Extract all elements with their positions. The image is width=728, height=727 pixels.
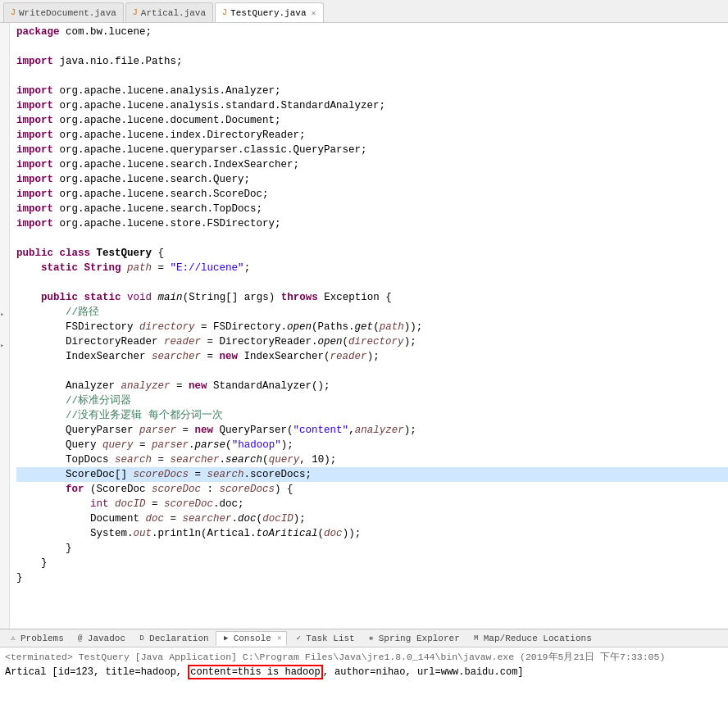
terminated-text: <terminated> TestQuery [Java Application… [5, 652, 665, 662]
code-line-11: import org.apache.lucene.search.Query; [16, 172, 728, 187]
tab-testquery-label: TestQuery.java [230, 8, 306, 18]
tab-javadoc[interactable]: @ Javadoc [71, 632, 130, 645]
declaration-icon: D [137, 634, 147, 643]
code-line-13: import org.apache.lucene.search.TopDocs; [16, 202, 728, 216]
code-line-30: TopDocs search = searcher.search(query, … [16, 452, 728, 467]
tasklist-icon: ✓ [293, 634, 303, 643]
console-result-line: Artical [id=123, title=hadoop, content=t… [5, 665, 723, 679]
close-icon[interactable]: ✕ [312, 8, 316, 18]
javadoc-icon: @ [75, 634, 85, 643]
code-line-3: import java.nio.file.Paths; [16, 54, 728, 69]
tab-artical[interactable]: J Artical.java [125, 2, 213, 22]
code-line-19: public static void main(String[] args) t… [16, 290, 728, 305]
code-line-8: import org.apache.lucene.index.Directory… [16, 128, 728, 143]
highlighted-text: content=this is hadoop [190, 666, 320, 678]
java-icon-2: J [133, 8, 138, 17]
console-icon: ▶ [221, 634, 231, 643]
code-line-28: QueryParser parser = new QueryParser("co… [16, 423, 728, 438]
spring-icon: ❋ [366, 634, 376, 643]
code-line-25: Analyzer analyzer = new StandardAnalyzer… [16, 379, 728, 393]
code-line-27: //没有业务逻辑 每个都分词一次 [16, 408, 728, 423]
code-line-end [16, 585, 728, 590]
code-line-18 [16, 275, 728, 290]
code-editor[interactable]: package com.bw.lucene; import java.nio.f… [10, 23, 728, 629]
code-line-16: public class TestQuery { [16, 246, 728, 261]
bottom-tab-bar: ⚠ Problems @ Javadoc D Declaration ▶ Con… [0, 629, 728, 647]
declaration-label: Declaration [149, 634, 209, 643]
code-line-24 [16, 364, 728, 379]
console-label: Console [234, 634, 271, 643]
code-line-15 [16, 231, 728, 246]
code-line-6: import org.apache.lucene.analysis.standa… [16, 98, 728, 113]
tab-tasklist[interactable]: ✓ Task List [289, 632, 359, 645]
problems-icon: ⚠ [8, 634, 18, 643]
code-line-26: //标准分词器 [16, 393, 728, 408]
console-terminated-line: <terminated> TestQuery [Java Application… [5, 650, 723, 665]
tab-spring[interactable]: ❋ Spring Explorer [362, 632, 465, 645]
code-line-32: for (ScoreDoc scoreDoc : scoreDocs) { [16, 482, 728, 497]
javadoc-label: Javadoc [88, 634, 125, 643]
console-output: <terminated> TestQuery [Java Application… [0, 647, 728, 727]
code-line-23: IndexSearcher searcher = new IndexSearch… [16, 349, 728, 364]
mapreduce-icon: M [471, 634, 481, 643]
code-line-20: //路径 [16, 305, 728, 320]
java-icon: J [11, 8, 16, 17]
fold-arrow-1[interactable]: ▸ [0, 311, 10, 319]
code-line-34: Document doc = searcher.doc(docID); [16, 511, 728, 526]
code-content: package com.bw.lucene; import java.nio.f… [10, 23, 728, 592]
tab-testquery[interactable]: J TestQuery.java ✕ [215, 2, 323, 22]
code-line-29: Query query = parser.parse("hadoop"); [16, 438, 728, 452]
code-line-17: static String path = "E://lucene"; [16, 261, 728, 275]
code-line-12: import org.apache.lucene.search.ScoreDoc… [16, 187, 728, 202]
code-line-22: DirectoryReader reader = DirectoryReader… [16, 334, 728, 349]
problems-label: Problems [20, 634, 64, 643]
console-close-icon[interactable]: ✕ [277, 634, 281, 643]
code-line-37: } [16, 556, 728, 570]
code-line-33: int docID = scoreDoc.doc; [16, 497, 728, 511]
code-line-10: import org.apache.lucene.search.IndexSea… [16, 157, 728, 172]
tab-mapreduce[interactable]: M Map/Reduce Locations [466, 632, 597, 645]
code-line-5: import org.apache.lucene.analysis.Analyz… [16, 84, 728, 98]
spring-label: Spring Explorer [379, 634, 460, 643]
code-line-38: } [16, 570, 728, 585]
code-line-9: import org.apache.lucene.queryparser.cla… [16, 143, 728, 157]
tab-write-label: WriteDocument.java [19, 8, 116, 18]
code-line-4 [16, 69, 728, 84]
tab-write-document[interactable]: J WriteDocument.java [3, 2, 124, 22]
code-line-1: package com.bw.lucene; [16, 25, 728, 39]
left-gutter: ▸ ▸ [0, 23, 10, 629]
tab-declaration[interactable]: D Declaration [132, 632, 214, 645]
code-line-7: import org.apache.lucene.document.Docume… [16, 113, 728, 128]
bottom-panel: ⚠ Problems @ Javadoc D Declaration ▶ Con… [0, 629, 728, 727]
code-line-2 [16, 39, 728, 54]
tab-artical-label: Artical.java [141, 8, 206, 18]
editor-area: ▸ ▸ package com.bw.lucene; import java.n… [0, 23, 728, 629]
code-line-14: import org.apache.lucene.store.FSDirecto… [16, 216, 728, 231]
result-post: , author=nihao, url=www.baidu.com] [323, 666, 524, 678]
mapreduce-label: Map/Reduce Locations [484, 634, 592, 643]
result-highlight: content=this is hadoop [188, 665, 322, 679]
tab-problems[interactable]: ⚠ Problems [3, 632, 69, 645]
tasklist-label: Task List [306, 634, 354, 643]
fold-arrow-2[interactable]: ▸ [0, 343, 10, 350]
code-line-36: } [16, 541, 728, 556]
code-line-31: ScoreDoc[] scoreDocs = search.scoreDocs; [16, 467, 728, 482]
result-pre: Artical [id=123, title=hadoop, [5, 666, 188, 678]
code-line-35: System.out.println(Artical.toAritical(do… [16, 526, 728, 541]
tab-bar: J WriteDocument.java J Artical.java J Te… [0, 0, 728, 23]
java-icon-3: J [222, 8, 227, 17]
tab-console[interactable]: ▶ Console ✕ [216, 631, 288, 646]
code-line-21: FSDirectory directory = FSDirectory.open… [16, 320, 728, 334]
